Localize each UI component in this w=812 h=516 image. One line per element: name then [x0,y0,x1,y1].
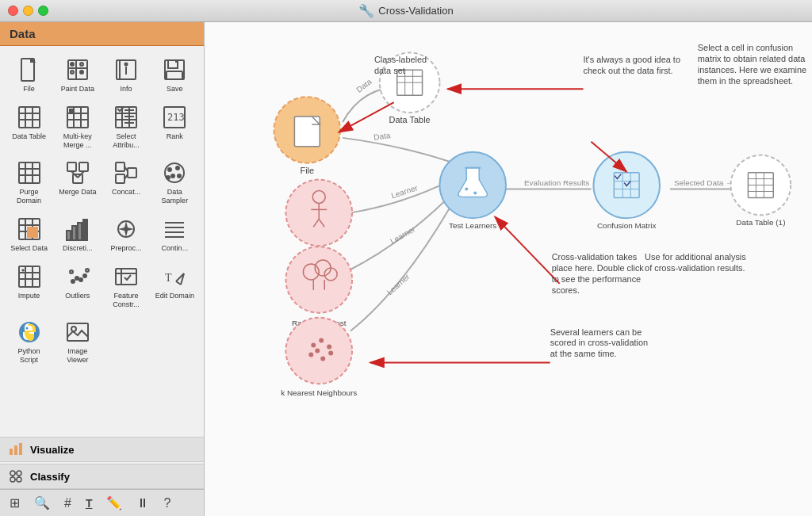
widget-info-label: Info [121,85,132,94]
svg-point-83 [83,274,86,277]
svg-line-79 [22,269,24,271]
hash-tool[interactable]: # [61,495,75,512]
ann-confusion4: them in the spreadsheet. [698,76,793,86]
widget-feature-constr[interactable]: Feature Constr... [104,259,149,312]
widget-outliers[interactable]: Outliers [55,259,100,312]
workflow-canvas: Data Data Learner Learner Learner Evalua… [205,22,812,516]
rank-icon: 213 [159,103,190,132]
maximize-button[interactable] [38,6,48,16]
svg-point-134 [311,343,316,348]
window-controls[interactable] [8,6,48,16]
sidebar-toolbar: ⊞ 🔍 # T ✏️ ⏸ ? [0,489,204,516]
svg-point-135 [319,338,324,343]
widget-merge-data[interactable]: Merge Data [55,155,100,208]
widget-edit-domain[interactable]: T Edit Domain [152,259,197,312]
widget-image-viewer[interactable]: Image Viewer [55,315,100,368]
svg-rect-48 [116,174,124,183]
svg-point-54 [176,166,179,170]
svg-point-94 [25,327,28,330]
widget-file[interactable]: File [6,52,52,97]
help-tool[interactable]: ? [160,495,174,512]
image-viewer-icon [62,318,94,346]
widget-continue-label: Contin... [162,244,189,253]
title-icon: 🔧 [358,3,374,18]
widget-concat[interactable]: Concat... [104,155,149,208]
widget-select-data[interactable]: Select Data [6,212,52,256]
node-randomforest-bg [285,247,352,313]
svg-line-92 [176,281,181,285]
select-attribu-icon [110,103,142,132]
widget-multi-key-merge[interactable]: Multi-key Merge ... [55,100,100,153]
widget-select-attribu-label: Select Attribu... [105,132,147,150]
svg-rect-100 [19,443,22,455]
widget-save[interactable]: Save [152,52,197,97]
svg-point-102 [17,471,21,476]
canvas-area[interactable]: Data Data Learner Learner Learner Evalua… [205,22,812,516]
pencil-tool[interactable]: ✏️ [103,494,125,512]
svg-point-56 [178,174,181,178]
widget-discretize[interactable]: Discreti... [55,212,100,256]
widget-paint-data[interactable]: Paint Data [55,52,100,97]
ann-goodidea2: check out the data first. [584,66,673,75]
svg-point-57 [167,176,170,179]
paint-data-icon [62,55,94,84]
svg-point-139 [328,350,333,355]
impute-icon [13,262,45,291]
widget-select-attribu[interactable]: Select Attribu... [104,100,149,153]
sidebar-cat-visualize-label: Visualize [30,444,74,456]
widget-preprocess[interactable]: Preproc... [104,212,149,256]
svg-point-4 [71,63,74,66]
discretize-icon [62,215,94,243]
multi-key-merge-icon [62,103,94,132]
svg-point-81 [75,277,79,280]
ann-confusion2: matrix to obtain related data [698,54,806,63]
svg-rect-16 [19,107,40,128]
widget-info[interactable]: Info [104,52,149,97]
node-confusion-label: Confusion Matrix [597,221,657,230]
widget-data-table[interactable]: Data Table [6,100,52,153]
text-tool[interactable]: T [82,495,96,511]
titlebar: 🔧 Cross-Validation [0,0,812,22]
widget-data-sampler-label: Data Sampler [154,188,196,205]
pause-tool[interactable]: ⏸ [133,495,152,512]
svg-point-104 [17,477,21,482]
ann-several1: Several learners can be [550,327,642,337]
widget-python-script[interactable]: Python Script [6,315,52,368]
label-learner-1: Learner [390,183,419,200]
widget-continue[interactable]: Contin... [152,212,197,256]
widget-save-label: Save [167,85,183,94]
search-tool[interactable]: 🔍 [31,494,53,512]
classify-icon [8,468,24,484]
svg-rect-42 [67,162,76,171]
pointer-tool[interactable]: ⊞ [6,494,23,512]
sidebar: Data File [0,22,205,516]
widget-paint-data-label: Paint Data [61,85,94,94]
widget-impute-label: Impute [18,292,40,300]
svg-point-140 [315,348,320,353]
svg-rect-63 [28,227,37,237]
widget-data-sampler[interactable]: Data Sampler [152,155,197,208]
select-data-icon [13,215,45,243]
close-button[interactable] [8,6,18,16]
widget-data-table-label: Data Table [12,132,46,141]
ann-crossval4: scores. [552,285,580,295]
svg-text:213: 213 [167,112,185,123]
widget-impute[interactable]: Impute [6,259,52,312]
visualize-icon [8,441,24,457]
sidebar-cat-visualize[interactable]: Visualize [0,437,204,462]
ann-additional1: Use for additional analysis [645,252,746,262]
svg-rect-66 [78,223,82,240]
svg-point-6 [80,63,83,66]
minimize-button[interactable] [23,6,33,16]
widget-image-viewer-label: Image Viewer [56,347,98,365]
widget-grid: File Pain [3,52,201,368]
sidebar-cat-classify[interactable]: Classify [0,464,204,489]
widget-python-script-label: Python Script [8,347,50,365]
widget-rank[interactable]: 213 Rank [152,100,197,153]
python-script-icon [13,318,45,346]
ann-classlabeled: Class-labeled [374,55,427,64]
svg-point-84 [70,270,73,273]
ann-crossval1: Cross-validation takes [552,252,638,262]
widget-purge-domain[interactable]: Purge Domain [6,155,52,208]
svg-point-10 [125,63,128,66]
